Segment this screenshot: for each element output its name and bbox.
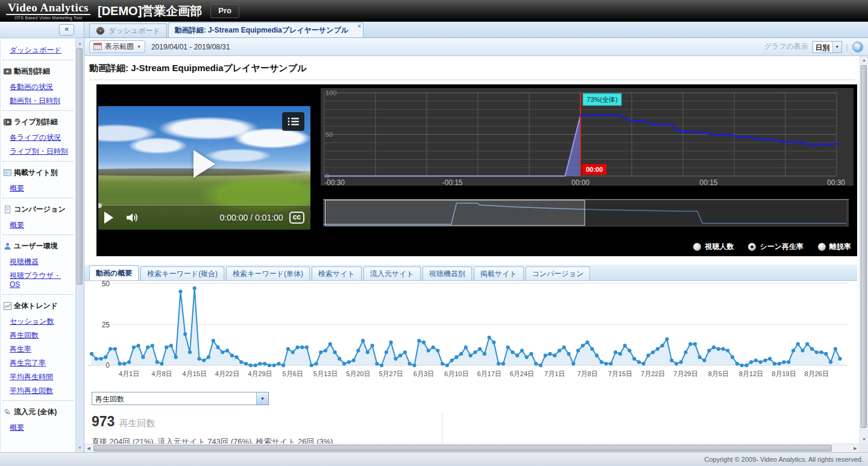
svg-text:50: 50	[326, 131, 333, 138]
sidebar-item[interactable]: 概要	[2, 421, 70, 435]
volume-icon[interactable]	[127, 212, 140, 223]
sidebar-item[interactable]: 再生率	[2, 342, 70, 356]
tab-dashboard[interactable]: ダッシュボード	[89, 24, 167, 37]
detail-tab-4[interactable]: 流入元サイト	[363, 266, 421, 280]
sidebar-scroll-down-icon[interactable]: ▼	[76, 444, 84, 452]
svg-text:6月24日: 6月24日	[510, 370, 534, 377]
detail-tab-1[interactable]: 検索キーワード(複合)	[140, 266, 224, 280]
scene-chart-brush[interactable]	[323, 199, 849, 228]
legend-label: シーン再生率	[760, 242, 804, 252]
svg-text:00:15: 00:15	[699, 178, 717, 187]
sidebar-item[interactable]: 再生回数	[2, 329, 70, 342]
workspace-title: [DEMO]営業企画部	[98, 3, 202, 19]
sidebar-scrollbar[interactable]: ▲ ▼	[75, 39, 84, 452]
total-plays-label: 再生回数	[119, 418, 155, 428]
svg-text:-00:30: -00:30	[324, 178, 345, 187]
sidebar-item[interactable]: ダッシュボード	[2, 43, 70, 57]
trend-icon	[4, 302, 11, 310]
sidebar-item[interactable]: ライブ別・日時別	[2, 145, 70, 159]
sidebar-item[interactable]: 概要	[2, 218, 70, 232]
sidebar-item[interactable]: 各動画の状況	[2, 80, 70, 94]
sidebar-item[interactable]: 各ライブの状況	[2, 131, 70, 145]
legend-label: 視聴人数	[705, 242, 734, 252]
svg-text:7月22日: 7月22日	[641, 370, 665, 377]
app-logo-subtitle: OTS Based Video Marketing Tool	[6, 16, 90, 20]
sidebar-item[interactable]: 平均再生時間	[2, 370, 70, 384]
sidebar-item[interactable]: 視聴ブラウザ・OS	[2, 269, 70, 292]
sidebar-section-header: 流入元 (全体)	[2, 403, 74, 421]
video-icon	[4, 68, 11, 75]
app-logo[interactable]: Video Analytics OTS Based Video Marketin…	[6, 2, 90, 20]
close-icon[interactable]: ×	[357, 23, 361, 30]
detail-tab-7[interactable]: コンバージョン	[526, 266, 591, 280]
toolbar: 表示範囲 ▼ 2019/04/01 - 2019/08/31 グラフの表示 日別…	[84, 38, 868, 56]
date-range-button[interactable]: 表示範囲 ▼	[89, 40, 145, 53]
svg-text:00:00: 00:00	[586, 166, 603, 173]
svg-text:5月20日: 5月20日	[346, 370, 370, 377]
time-display: 0:00:00 / 0:01:00	[220, 213, 283, 222]
plan-badge: Pro	[210, 4, 239, 18]
horizontal-scrollbar-thumb[interactable]	[93, 445, 832, 452]
detail-tab-0[interactable]: 動画の概要	[89, 265, 139, 280]
stats-summary: 973再生回数 直接 204回 (21%), 流入元サイト 743回 (76%)…	[92, 412, 442, 444]
seek-handle[interactable]	[98, 203, 102, 208]
live-icon	[4, 118, 11, 126]
scrollbar-corner	[860, 444, 868, 452]
sidebar-collapse-button[interactable]: «	[59, 24, 74, 36]
scroll-up-icon[interactable]: ▲	[860, 56, 868, 65]
sidebar-item[interactable]: 概要	[2, 181, 70, 195]
sidebar-item[interactable]: セッション数	[2, 315, 70, 329]
svg-text:7月1日: 7月1日	[544, 370, 565, 377]
sidebar-scroll-up-icon[interactable]: ▲	[76, 39, 84, 47]
video-thumbnail[interactable]: 0:00:00 / 0:01:00 cc	[98, 106, 310, 230]
legend-radio-0[interactable]: 視聴人数	[693, 242, 734, 252]
playlist-icon[interactable]	[282, 112, 304, 131]
graph-interval-select[interactable]: 日別 ▼	[813, 41, 842, 53]
svg-text:25: 25	[102, 321, 110, 329]
footer: Copyright © 2009- Video Analytics. All r…	[0, 452, 868, 466]
metric-select-value: 再生回数	[92, 392, 256, 405]
detail-tab-3[interactable]: 検索サイト	[312, 266, 362, 280]
svg-text:6月17日: 6月17日	[477, 370, 501, 377]
big-play-icon[interactable]	[193, 150, 215, 178]
detail-tab-2[interactable]: 検索キーワード(単体)	[226, 266, 310, 280]
vertical-scrollbar[interactable]: ▲ ▼	[860, 56, 868, 444]
sidebar-section-header: ユーザー環境	[2, 238, 74, 255]
detail-tab-5[interactable]: 視聴機器別	[423, 266, 472, 280]
legend-radio-2[interactable]: 離脱率	[818, 242, 851, 252]
chevron-down-icon: ▼	[256, 392, 268, 405]
detail-tab-bar: 動画の概要検索キーワード(複合)検索キーワード(単体)検索サイト流入元サイト視聴…	[84, 265, 857, 281]
scroll-right-icon[interactable]: ▶	[851, 444, 860, 452]
svg-text:100: 100	[326, 89, 336, 96]
play-icon[interactable]	[104, 212, 113, 224]
legend-radio-1[interactable]: シーン再生率	[748, 242, 804, 252]
svg-text:4月22日: 4月22日	[215, 370, 239, 377]
sidebar-item[interactable]: 動画別・日時別	[2, 94, 70, 108]
sidebar-section: ダッシュボード	[2, 41, 74, 60]
cc-button[interactable]: cc	[289, 212, 304, 224]
scroll-left-icon[interactable]: ◀	[84, 444, 93, 452]
svg-text:0: 0	[105, 361, 110, 370]
radio-icon	[818, 243, 826, 251]
sidebar-item[interactable]: 平均再生回数	[2, 384, 70, 398]
scroll-down-icon[interactable]: ▼	[860, 435, 868, 444]
tab-video-detail[interactable]: 動画詳細: J-Stream Equipmediaプレイヤーサンプル×	[168, 22, 363, 37]
sidebar-scrollbar-thumb[interactable]	[77, 48, 83, 285]
svg-text:5月6日: 5月6日	[283, 370, 303, 377]
help-icon[interactable]: ?	[852, 42, 863, 52]
svg-text:4月8日: 4月8日	[151, 370, 172, 377]
sidebar-section: ライブ別詳細各ライブの状況ライブ別・日時別	[2, 110, 74, 161]
vertical-scrollbar-thumb[interactable]	[861, 65, 867, 428]
metric-select[interactable]: 再生回数 ▼	[92, 392, 269, 405]
daily-plays-chart[interactable]: 502504月1日4月8日4月15日4月22日4月29日5月6日5月13日5月2…	[87, 281, 851, 387]
svg-text:7月29日: 7月29日	[673, 370, 697, 377]
horizontal-scrollbar[interactable]: ◀ ▶	[84, 444, 860, 452]
sidebar-section-header: コンバージョン	[2, 201, 74, 218]
scene-chart-plot[interactable]: 050100-00:30-00:1500:0000:1500:3000:0073…	[321, 88, 854, 194]
sidebar-section-label: ユーザー環境	[14, 241, 58, 251]
sidebar-item[interactable]: 視聴機器	[2, 255, 70, 269]
sidebar-item[interactable]: 再生完了率	[2, 356, 70, 370]
detail-tab-6[interactable]: 掲載サイト	[474, 266, 524, 280]
video-controls: 0:00:00 / 0:01:00 cc	[98, 205, 310, 230]
graph-display-label: グラフの表示	[764, 42, 808, 52]
